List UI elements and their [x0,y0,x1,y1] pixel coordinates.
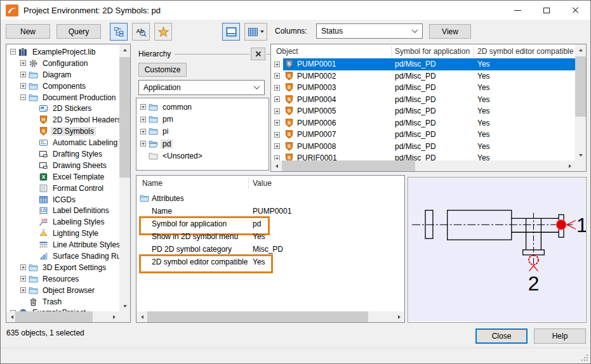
hierarchy-mode-select[interactable]: Application [138,80,265,95]
hierarchy-close-button[interactable] [251,48,265,60]
object-row-purif0001[interactable]: +SPURIF0001pd/Misc_PDYes [271,152,575,160]
object-row-pump0005[interactable]: +SPUMP0005pd/Misc_PDYes [271,105,575,117]
expand-expander-icon[interactable]: + [274,70,280,82]
expand-expander-icon[interactable]: + [274,62,280,67]
customize-button[interactable]: Customize [138,63,187,77]
help-button[interactable]: Help [534,328,586,344]
expand-expander-icon[interactable]: + [274,96,280,102]
hscroll-thumb[interactable] [282,160,415,171]
hierarchy-item-pi[interactable]: +pi [136,126,269,138]
expand-expander-icon[interactable]: + [20,60,26,66]
expand-expander-icon[interactable]: + [140,117,146,122]
project-tree-hscrollbar[interactable] [6,311,119,322]
close-button[interactable]: Close [475,328,528,344]
close-window-button[interactable] [561,1,590,20]
tree-item-format-control[interactable]: Format Control [8,183,119,194]
project-tree-vscrollbar[interactable] [119,44,130,311]
attributes-hscrollbar[interactable] [136,311,404,322]
scroll-up-button[interactable] [575,44,586,55]
attribute-row-show-in-2d-symbol-menu[interactable]: Show in 2D symbol menuYes [136,230,403,243]
tree-item-drafting-styles[interactable]: Drafting Styles [8,148,119,160]
tree-item-2d-stickers[interactable]: 2D Stickers [8,103,119,114]
scroll-left-button[interactable] [136,311,147,322]
tree-item-label-definitions[interactable]: LDLabel Definitions [8,205,119,216]
attribute-row-2d-symbol-editor-compatible[interactable]: 2D symbol editor compatibleYes [136,256,403,268]
expand-expander-icon[interactable]: + [274,117,280,129]
expand-expander-icon[interactable]: + [140,104,146,110]
expand-expander-icon[interactable]: + [20,287,26,293]
expand-expander-icon[interactable]: + [20,264,26,270]
tree-item-2d-symbol-headers[interactable]: H2D Symbol Headers [8,114,119,126]
expand-expander-icon[interactable]: + [274,82,280,94]
object-row-pump0006[interactable]: +SPUMP0006pd/Misc_PDYes [271,117,575,129]
object-row-pump0001[interactable]: +SPUMP0001pd/Misc_PDYes [271,58,575,70]
find-button[interactable]: Ab [132,23,150,41]
expand-expander-icon[interactable]: + [274,108,280,114]
tree-item-resources[interactable]: +Resources [8,273,119,285]
scroll-left-button[interactable] [271,160,282,171]
object-row-pump0004[interactable]: +SPUMP0004pd/Misc_PDYes [271,94,575,106]
column-header-symbol-for-application[interactable]: Symbol for application [395,47,470,56]
expand-expander-icon[interactable]: + [274,58,280,70]
column-header-2d-symbol-editor-compatible[interactable]: 2D symbol editor compatible [477,47,573,56]
query-button[interactable]: Query [56,24,101,39]
tree-item-line-attribute-styles[interactable]: Line Attribute Styles [8,239,119,250]
expand-expander-icon[interactable]: + [274,85,280,91]
tree-item-document-production[interactable]: −Document Production [8,92,119,103]
expand-expander-icon[interactable]: + [274,73,280,79]
expand-expander-icon[interactable]: + [140,141,146,146]
new-button[interactable]: New [6,24,50,39]
tree-item-lighting-style[interactable]: Lighting Style [8,228,119,239]
object-row-pump0003[interactable]: +SPUMP0003pd/Misc_PDYes [271,82,575,94]
expand-expander-icon[interactable]: + [274,155,280,160]
vscroll-thumb[interactable] [119,57,130,178]
vscroll-thumb[interactable] [575,56,586,117]
scroll-right-button[interactable] [109,311,119,322]
columns-grid-button[interactable] [244,23,267,41]
favorites-button[interactable] [154,23,172,41]
expand-expander-icon[interactable]: + [20,83,26,89]
object-table-header[interactable]: Object Symbol for application 2D symbol … [271,44,575,58]
columns-select[interactable]: Status [316,23,423,39]
tree-item-automatic-labeling[interactable]: Automatic Labeling [8,137,119,148]
maximize-button[interactable] [532,1,561,20]
object-table-vscrollbar[interactable] [575,44,586,160]
scroll-up-button[interactable] [119,44,130,55]
expand-expander-icon[interactable]: + [140,129,146,134]
expand-expander-icon[interactable]: + [274,120,280,126]
tree-item-object-browser[interactable]: +Object Browser [8,285,119,296]
scroll-right-button[interactable] [394,311,404,322]
expand-expander-icon[interactable]: + [274,94,280,106]
hscroll-thumb[interactable] [15,311,93,322]
view-button[interactable]: View [429,24,471,39]
collapse-expander-icon[interactable]: − [20,94,26,100]
hierarchy-item-unsorted[interactable]: <Unsorted> [136,150,269,162]
expand-expander-icon[interactable]: + [274,143,280,149]
tree-item-exampleproject-lib[interactable]: −ExampleProject.lib [8,46,119,58]
hierarchy-item-pm[interactable]: +pm [136,113,269,125]
object-row-pump0002[interactable]: +SPUMP0002pd/Misc_PDYes [271,70,575,82]
tree-item-3d-export-settings[interactable]: +3D Export Settings [8,262,119,273]
column-header-object[interactable]: Object [276,47,298,56]
expand-expander-icon[interactable]: + [20,276,26,282]
tree-item-components[interactable]: +Components [8,81,119,92]
tree-item-diagram[interactable]: +Diagram [8,69,119,81]
hierarchy-item-common[interactable]: +common [136,101,269,113]
expand-expander-icon[interactable]: + [274,152,280,160]
scroll-down-button[interactable] [575,150,586,160]
tree-item-trash[interactable]: Trash [8,296,119,308]
hscroll-thumb[interactable] [147,311,368,322]
resize-grip[interactable] [581,354,588,361]
tree-item-2d-symbols[interactable]: S2D Symbols [8,126,119,137]
scroll-down-button[interactable] [119,301,130,311]
expand-expander-icon[interactable]: + [274,132,280,138]
expand-expander-icon[interactable]: + [20,72,26,77]
expand-expander-icon[interactable]: + [274,141,280,153]
layout-toggle-button[interactable] [222,23,240,41]
hierarchy-item-pd[interactable]: +pd [136,138,269,150]
object-row-pump0008[interactable]: +SPUMP0008pd/Misc_PDYes [271,141,575,153]
attribute-row-name[interactable]: NamePUMP0001 [136,205,403,218]
object-row-pump0007[interactable]: +SPUMP0007pd/Misc_PDYes [271,129,575,141]
expand-expander-icon[interactable]: + [274,105,280,117]
attribute-row-pd-2d-symbol-category[interactable]: PD 2D symbol categoryMisc_PD [136,243,403,256]
